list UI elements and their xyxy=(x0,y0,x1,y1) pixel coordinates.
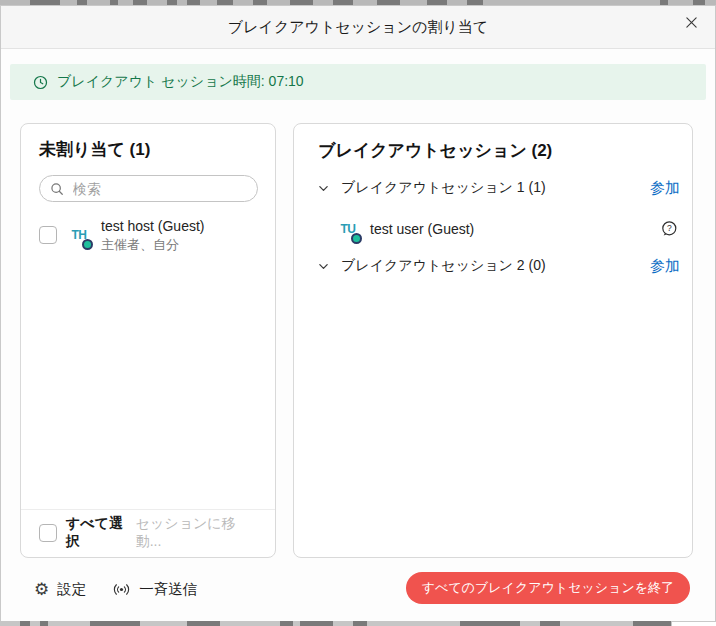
session-label: ブレイクアウトセッション 1 (1) xyxy=(341,179,546,197)
gear-icon: ⚙ xyxy=(34,581,49,598)
participant-checkbox[interactable] xyxy=(39,226,57,244)
session-row-2[interactable]: ブレイクアウトセッション 2 (0) 参加 xyxy=(294,249,692,283)
participant-role: 主催者、自分 xyxy=(101,236,204,254)
search-icon xyxy=(50,182,64,196)
broadcast-label: 一斉送信 xyxy=(139,580,197,599)
avatar: TH xyxy=(67,223,91,247)
screenshot-root: ブレイクアウトセッションの割り当て ブレイクアウト セッション時間: 07:10… xyxy=(0,0,716,626)
dialog-header: ブレイクアウトセッションの割り当て xyxy=(1,6,715,49)
svg-text:?: ? xyxy=(667,223,672,233)
footer-actions: ⚙ 設定 一斉送信 xyxy=(34,574,197,604)
close-button[interactable] xyxy=(680,13,702,35)
search-box[interactable] xyxy=(39,175,258,202)
participant-name: test host (Guest) xyxy=(101,217,204,236)
broadcast-button[interactable]: 一斉送信 xyxy=(112,580,197,599)
search-input[interactable] xyxy=(71,180,247,198)
clock-icon xyxy=(33,75,48,90)
session-1-participant-row: TU test user (Guest) ? xyxy=(294,211,692,247)
join-session-1-button[interactable]: 参加 xyxy=(650,179,680,198)
move-to-session-button[interactable]: セッションに移動... xyxy=(136,515,259,551)
unassigned-panel-title: 未割り当て (1) xyxy=(39,138,150,161)
settings-label: 設定 xyxy=(57,580,86,599)
end-all-sessions-button[interactable]: すべてのブレイクアウトセッションを終了 xyxy=(406,572,690,604)
sessions-panel: ブレイクアウトセッション (2) ブレイクアウトセッション 1 (1) 参加 T… xyxy=(293,123,693,558)
close-icon xyxy=(685,16,698,32)
dialog-title: ブレイクアウトセッションの割り当て xyxy=(228,18,488,37)
session-row-1[interactable]: ブレイクアウトセッション 1 (1) 参加 xyxy=(294,171,692,205)
session-timer-banner: ブレイクアウト セッション時間: 07:10 xyxy=(10,64,706,100)
guest-status-badge-icon xyxy=(351,233,362,244)
chevron-down-icon[interactable] xyxy=(318,183,329,194)
select-all-label: すべて選択 xyxy=(66,515,136,551)
settings-button[interactable]: ⚙ 設定 xyxy=(34,580,86,599)
unassigned-panel-footer: すべて選択 セッションに移動... xyxy=(21,513,275,553)
session-timer-text: ブレイクアウト セッション時間: 07:10 xyxy=(57,73,304,91)
participant-text: test host (Guest) 主催者、自分 xyxy=(101,217,204,253)
broadcast-icon xyxy=(112,580,131,599)
guest-status-badge-icon xyxy=(82,239,93,250)
panel-divider xyxy=(21,509,275,510)
select-all-checkbox[interactable] xyxy=(39,524,57,542)
background-window-edge-bottom xyxy=(0,621,672,626)
unassigned-participant-row: TH test host (Guest) 主催者、自分 xyxy=(21,214,275,256)
join-session-2-button[interactable]: 参加 xyxy=(650,257,680,276)
unassigned-panel: 未割り当て (1) TH test host (Guest) 主催者、自分 すべ… xyxy=(20,123,276,558)
session-label: ブレイクアウトセッション 2 (0) xyxy=(341,257,546,275)
sessions-panel-title: ブレイクアウトセッション (2) xyxy=(318,139,552,162)
chevron-down-icon[interactable] xyxy=(318,261,329,272)
help-icon: ? xyxy=(660,220,678,238)
avatar: TU xyxy=(336,217,360,241)
ask-for-help-button[interactable]: ? xyxy=(660,220,678,238)
participant-name: test user (Guest) xyxy=(370,221,474,237)
